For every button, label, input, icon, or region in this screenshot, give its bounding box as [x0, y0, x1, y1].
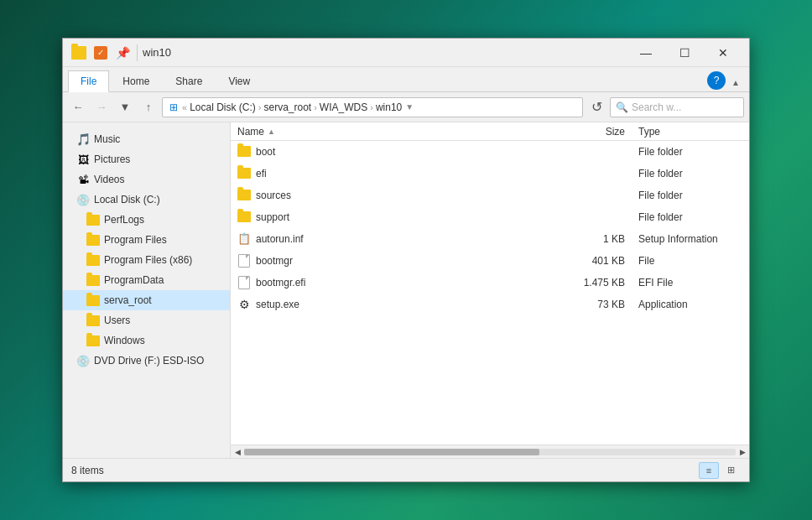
- sidebar-label-music: Music: [94, 133, 120, 145]
- file-type: Setup Information: [632, 233, 749, 245]
- close-button[interactable]: ✕: [704, 39, 742, 67]
- sort-arrow-icon: ▲: [268, 127, 275, 136]
- generic-file-icon: [237, 254, 251, 268]
- sidebar-label-perflogs: PerfLogs: [104, 214, 144, 226]
- tab-home[interactable]: Home: [110, 70, 162, 91]
- file-list-body: boot File folder efi File folder: [231, 141, 749, 445]
- file-name: sources: [256, 190, 291, 201]
- tab-file[interactable]: File: [68, 70, 109, 92]
- sidebar-item-music[interactable]: 🎵 Music: [63, 129, 230, 149]
- column-header-name[interactable]: Name ▲: [231, 122, 565, 140]
- sidebar-item-pictures[interactable]: 🖼 Pictures: [63, 149, 230, 169]
- sidebar-item-dvd-drive[interactable]: 💿 DVD Drive (F:) ESD-ISO: [63, 351, 230, 371]
- programdata-folder-icon: [86, 273, 100, 287]
- table-row[interactable]: 📋 autorun.inf 1 KB Setup Information: [231, 228, 749, 250]
- table-row[interactable]: sources File folder: [231, 185, 749, 206]
- table-row[interactable]: boot File folder: [231, 141, 749, 163]
- file-type: Application: [632, 299, 749, 310]
- hdd-icon: 💿: [76, 193, 90, 206]
- check-title-icon: ✓: [91, 44, 110, 62]
- scroll-right-button[interactable]: ▶: [736, 445, 749, 459]
- tab-view[interactable]: View: [216, 70, 263, 91]
- horizontal-scrollbar[interactable]: ◀ ▶: [231, 445, 749, 458]
- window-title: win10: [143, 46, 171, 59]
- music-icon: 🎵: [76, 133, 90, 146]
- table-row[interactable]: support File folder: [231, 206, 749, 228]
- details-view-icon: ≡: [706, 465, 711, 476]
- tiles-view-icon: ⊞: [727, 465, 735, 476]
- sidebar-label-windows: Windows: [104, 335, 145, 346]
- address-path[interactable]: ⊞ « File folder Local Disk (C:) › serva_…: [162, 97, 583, 117]
- scroll-left-button[interactable]: ◀: [231, 445, 244, 459]
- program-files-folder-icon: [86, 233, 100, 247]
- efi-file-icon: [237, 276, 251, 289]
- table-row[interactable]: efi File folder: [231, 163, 749, 185]
- sidebar-label-videos: Videos: [94, 174, 124, 185]
- sidebar-label-program-files-x86: Program Files (x86): [104, 254, 192, 266]
- file-list: Name ▲ Size Type boot: [231, 122, 749, 458]
- details-view-button[interactable]: ≡: [699, 462, 719, 479]
- view-buttons: ≡ ⊞: [699, 462, 741, 479]
- sidebar-item-perflogs[interactable]: PerfLogs: [63, 210, 230, 230]
- main-content: 🎵 Music 🖼 Pictures 📽 Videos: [63, 122, 749, 458]
- file-name: autorun.inf: [256, 233, 304, 245]
- column-header-type[interactable]: Type: [632, 122, 749, 140]
- sidebar-item-program-files-x86[interactable]: Program Files (x86): [63, 250, 230, 270]
- file-list-header: Name ▲ Size Type: [231, 122, 749, 141]
- up-button[interactable]: ↑: [138, 97, 159, 117]
- sidebar-item-program-files[interactable]: Program Files: [63, 230, 230, 250]
- perflogs-folder-icon: [86, 213, 100, 226]
- file-size: 1.475 KB: [565, 277, 632, 289]
- search-box[interactable]: 🔍 Search w...: [610, 97, 744, 117]
- table-row[interactable]: bootmgr 401 KB File: [231, 250, 749, 272]
- path-serva-root: serva_root: [263, 101, 311, 113]
- column-header-size[interactable]: Size: [565, 122, 632, 140]
- forward-button[interactable]: →: [91, 97, 112, 117]
- videos-icon: 📽: [76, 173, 90, 186]
- path-dropdown-icon: ▼: [405, 102, 414, 112]
- serva-root-folder-icon: [86, 294, 100, 307]
- table-row[interactable]: bootmgr.efi 1.475 KB EFI File: [231, 272, 749, 294]
- path-win10: win10: [376, 101, 402, 113]
- minimize-button[interactable]: —: [627, 39, 665, 67]
- refresh-button[interactable]: ↺: [586, 97, 606, 117]
- help-button[interactable]: ?: [707, 71, 726, 90]
- status-item-count: 8 items: [71, 465, 699, 476]
- back-button[interactable]: ←: [68, 97, 88, 117]
- recent-locations-button[interactable]: ▼: [115, 97, 135, 117]
- file-type: File folder: [632, 190, 749, 201]
- file-type: File: [632, 255, 749, 267]
- maximize-button[interactable]: ☐: [665, 39, 704, 67]
- sidebar-label-pictures: Pictures: [94, 153, 130, 165]
- file-name: support: [256, 211, 289, 223]
- path-wia-wds: WIA_WDS: [320, 101, 367, 113]
- sidebar-item-serva-root[interactable]: serva_root: [63, 290, 230, 310]
- sidebar-label-users: Users: [104, 315, 130, 326]
- file-name: setup.exe: [256, 299, 299, 310]
- folder-icon: [237, 189, 251, 202]
- folder-title-icon: [70, 44, 88, 62]
- ribbon: File Home Share View ? ▲: [63, 67, 749, 92]
- tab-share[interactable]: Share: [163, 70, 215, 91]
- sidebar-item-users[interactable]: Users: [63, 310, 230, 330]
- search-icon: 🔍: [616, 101, 628, 113]
- sidebar-item-programdata[interactable]: ProgramData: [63, 270, 230, 290]
- path-local-disk-label: Local Disk (C:): [190, 101, 256, 113]
- window-controls: — ☐ ✕: [627, 39, 742, 67]
- table-row[interactable]: ⚙ setup.exe 73 KB Application: [231, 294, 749, 315]
- tiles-view-button[interactable]: ⊞: [721, 462, 741, 479]
- sidebar-item-windows[interactable]: Windows: [63, 330, 230, 351]
- folder-icon: [237, 145, 251, 159]
- users-folder-icon: [86, 314, 100, 327]
- windows-folder-icon: [86, 334, 100, 347]
- scroll-track: [244, 449, 736, 455]
- program-files-x86-folder-icon: [86, 253, 100, 267]
- sidebar-label-program-files: Program Files: [104, 234, 167, 246]
- folder-icon: [237, 211, 251, 224]
- ribbon-collapse-button[interactable]: ▲: [727, 73, 744, 91]
- scroll-thumb[interactable]: [244, 449, 539, 455]
- sidebar-item-videos[interactable]: 📽 Videos: [63, 169, 230, 190]
- address-path-icon: ⊞: [169, 101, 178, 113]
- address-bar: ← → ▼ ↑ ⊞ « File folder Local Disk (C:) …: [63, 92, 749, 122]
- sidebar-item-local-disk[interactable]: 💿 Local Disk (C:): [63, 190, 230, 210]
